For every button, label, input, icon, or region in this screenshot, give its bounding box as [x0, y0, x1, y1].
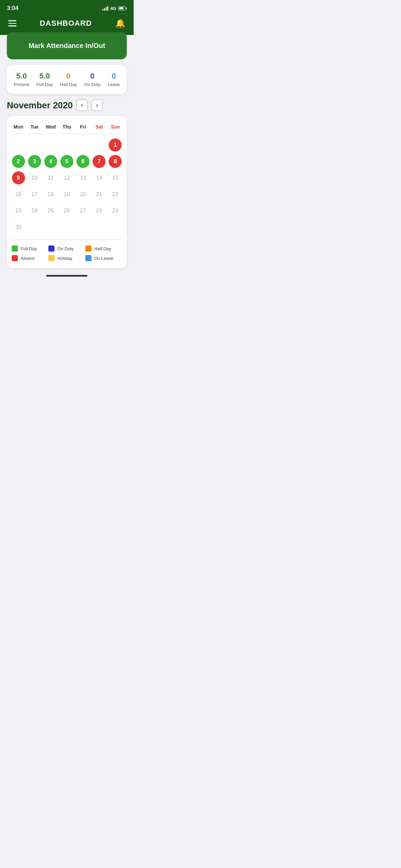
legend-item: On Duty: [48, 245, 85, 252]
weekday-sat: Sat: [91, 121, 107, 132]
calendar-next-button[interactable]: ›: [91, 99, 103, 111]
calendar-month-title: November 2020: [7, 100, 73, 111]
stat-onduty-value: 0: [90, 72, 94, 81]
day-8[interactable]: 8: [107, 153, 123, 170]
day-11[interactable]: 11: [42, 170, 59, 186]
day-cell[interactable]: [26, 137, 42, 153]
attendance-banner[interactable]: Mark Attendance In/Out: [7, 32, 127, 59]
stat-present-label: Present: [14, 82, 29, 87]
legend-item: Full Day: [12, 245, 48, 252]
notification-button[interactable]: 🔔: [115, 19, 125, 28]
weekday-tue: Tue: [26, 121, 42, 132]
day-17[interactable]: 17: [26, 186, 42, 203]
legend-color-dot: [48, 255, 54, 261]
stat-leave-value: 0: [112, 72, 116, 81]
legend-label: On Leave: [94, 256, 113, 261]
day-7[interactable]: 7: [91, 153, 107, 170]
day-9[interactable]: 9: [10, 170, 26, 186]
legend-color-dot: [85, 245, 92, 252]
menu-button[interactable]: [8, 20, 16, 26]
day-cell: [42, 219, 59, 236]
calendar-grid: Mon Tue Wed Thu Fri Sat Sun 1 2 3 4 5 6 …: [10, 121, 123, 236]
stat-onduty-label: On Duty: [84, 82, 101, 87]
weekday-sun: Sun: [107, 121, 123, 132]
day-19[interactable]: 19: [59, 186, 75, 203]
day-cell[interactable]: [10, 137, 26, 153]
day-18[interactable]: 18: [42, 186, 59, 203]
legend-item: Half Day: [85, 245, 122, 252]
day-13[interactable]: 13: [75, 170, 91, 186]
day-6[interactable]: 6: [75, 153, 91, 170]
day-4[interactable]: 4: [42, 153, 59, 170]
legend-label: Absent: [21, 256, 34, 261]
weekday-wed: Wed: [42, 121, 59, 132]
legend-color-dot: [12, 255, 18, 261]
legend-color-dot: [12, 245, 18, 252]
day-cell[interactable]: [59, 137, 75, 153]
stat-leave-label: Leave: [108, 82, 120, 87]
day-2[interactable]: 2: [10, 153, 26, 170]
day-30[interactable]: 30: [10, 219, 26, 236]
day-5[interactable]: 5: [59, 153, 75, 170]
status-icons: 4G: [102, 6, 127, 11]
legend-label: On Duty: [57, 246, 74, 251]
legend-item: Holiday: [48, 255, 85, 261]
day-16[interactable]: 16: [10, 186, 26, 203]
day-cell[interactable]: [91, 137, 107, 153]
stat-fullday-label: Full Day: [36, 82, 53, 87]
network-label: 4G: [110, 6, 116, 11]
day-21[interactable]: 21: [91, 186, 107, 203]
status-bar: 3:04 4G: [0, 0, 134, 15]
day-24[interactable]: 24: [26, 203, 42, 219]
day-14[interactable]: 14: [91, 170, 107, 186]
day-12[interactable]: 12: [59, 170, 75, 186]
legend-divider: [10, 240, 123, 240]
day-20[interactable]: 20: [75, 186, 91, 203]
day-26[interactable]: 26: [59, 203, 75, 219]
stat-present: 5.0 Present: [14, 72, 29, 87]
day-3[interactable]: 3: [26, 153, 42, 170]
stat-halfday-value: 0: [66, 72, 71, 81]
weekday-thu: Thu: [59, 121, 75, 132]
attendance-banner-text: Mark Attendance In/Out: [28, 42, 105, 49]
stat-halfday: 0 Half Day: [60, 72, 77, 87]
legend-label: Half Day: [94, 246, 111, 251]
signal-icon: [102, 6, 108, 11]
battery-icon: [118, 7, 127, 10]
status-time: 3:04: [7, 5, 19, 12]
calendar-section: November 2020 ‹ › Mon Tue Wed Thu Fri Sa…: [7, 99, 127, 268]
day-22[interactable]: 22: [107, 186, 123, 203]
weekday-fri: Fri: [75, 121, 91, 132]
page-title: DASHBOARD: [40, 19, 92, 28]
day-25[interactable]: 25: [42, 203, 59, 219]
legend-item: On Leave: [85, 255, 122, 261]
stat-present-value: 5.0: [16, 72, 27, 81]
stat-halfday-label: Half Day: [60, 82, 77, 87]
day-cell[interactable]: [75, 137, 91, 153]
legend-label: Full Day: [21, 246, 37, 251]
day-23[interactable]: 23: [10, 203, 26, 219]
day-29[interactable]: 29: [107, 203, 123, 219]
day-cell: [26, 219, 42, 236]
day-15[interactable]: 15: [107, 170, 123, 186]
legend-grid: Full Day On Duty Half Day Absent Holiday…: [10, 245, 123, 261]
day-cell: [59, 219, 75, 236]
day-cell[interactable]: [42, 137, 59, 153]
day-cell: [91, 219, 107, 236]
weekday-mon: Mon: [10, 121, 26, 132]
day-27[interactable]: 27: [75, 203, 91, 219]
calendar-prev-button[interactable]: ‹: [76, 99, 88, 111]
stats-card: 5.0 Present 5.0 Full Day 0 Half Day 0 On…: [7, 65, 127, 94]
legend-label: Holiday: [57, 256, 72, 261]
home-bar: [46, 275, 87, 277]
day-1[interactable]: 1: [107, 137, 123, 153]
stat-fullday: 5.0 Full Day: [36, 72, 53, 87]
legend-item: Absent: [12, 255, 48, 261]
calendar-card: Mon Tue Wed Thu Fri Sat Sun 1 2 3 4 5 6 …: [7, 116, 127, 268]
legend-color-dot: [48, 245, 54, 252]
stat-onduty: 0 On Duty: [84, 72, 101, 87]
day-10[interactable]: 10: [26, 170, 42, 186]
day-cell: [107, 219, 123, 236]
day-28[interactable]: 28: [91, 203, 107, 219]
day-cell: [75, 219, 91, 236]
